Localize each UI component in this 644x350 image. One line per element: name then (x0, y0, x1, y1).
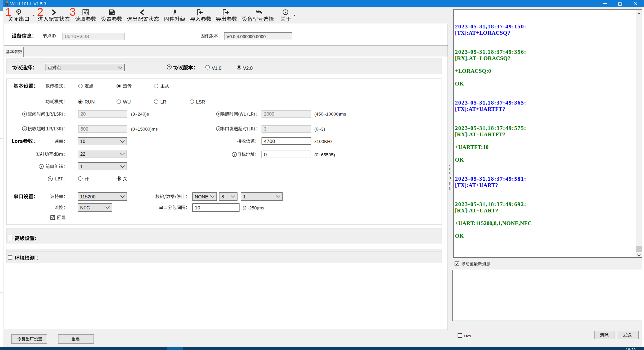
svg-text:?: ? (49, 177, 51, 180)
svg-text:?: ? (40, 164, 42, 168)
svg-text:?: ? (168, 65, 170, 68)
svg-text:?: ? (23, 112, 25, 116)
svg-text:?: ? (217, 112, 219, 116)
svg-text:?: ? (23, 127, 25, 130)
svg-text:?: ? (217, 127, 219, 130)
svg-text:?: ? (233, 152, 235, 156)
